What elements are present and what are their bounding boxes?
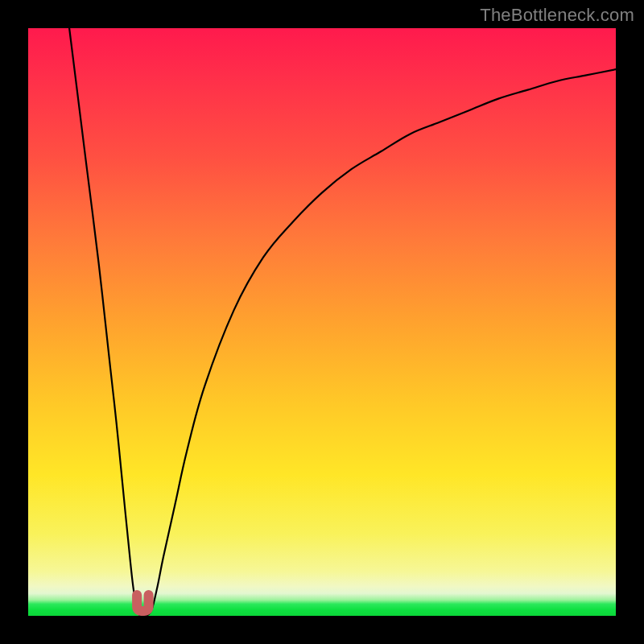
bottleneck-curve [69, 28, 616, 618]
plot-area [28, 28, 616, 616]
chart-frame: TheBottleneck.com [0, 0, 644, 644]
curve-layer [28, 28, 616, 616]
watermark-text: TheBottleneck.com [480, 5, 634, 26]
optimal-marker [137, 595, 149, 611]
